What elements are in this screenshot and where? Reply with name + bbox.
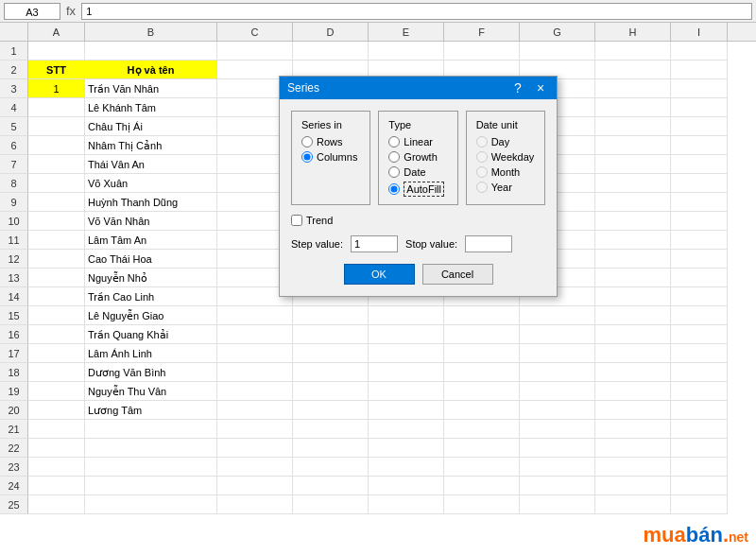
date-unit-day[interactable]: Day	[476, 136, 535, 147]
type-autofill-label: AutoFill	[404, 182, 444, 197]
dialog-button-row: OK Cancel	[291, 264, 545, 285]
date-unit-year-label: Year	[491, 182, 512, 193]
series-in-columns-radio[interactable]	[301, 151, 313, 163]
series-in-options: Rows Columns	[301, 136, 360, 163]
date-unit-weekday-label: Weekday	[491, 151, 535, 163]
series-in-columns-label: Columns	[317, 151, 357, 163]
type-label: Type	[388, 119, 447, 130]
type-autofill-radio[interactable]	[388, 183, 400, 195]
series-in-columns[interactable]: Columns	[301, 151, 360, 163]
type-date-radio[interactable]	[388, 166, 400, 178]
type-linear-label: Linear	[404, 136, 433, 147]
series-dialog: Series ? × Series in Rows	[279, 76, 558, 297]
series-in-rows[interactable]: Rows	[301, 136, 360, 147]
type-date-label: Date	[404, 166, 425, 178]
dialog-controls: ? ×	[509, 79, 549, 96]
date-unit-weekday[interactable]: Weekday	[476, 151, 535, 163]
series-in-rows-radio[interactable]	[301, 136, 313, 147]
type-growth-radio[interactable]	[388, 151, 400, 163]
ok-button[interactable]: OK	[344, 264, 415, 285]
date-unit-day-radio[interactable]	[476, 136, 488, 147]
dialog-overlay: Series ? × Series in Rows	[0, 0, 756, 555]
cancel-button[interactable]: Cancel	[422, 264, 493, 285]
date-unit-day-label: Day	[491, 136, 510, 147]
date-unit-label: Date unit	[476, 119, 535, 130]
trend-label: Trend	[306, 215, 333, 226]
date-unit-month-radio[interactable]	[476, 166, 488, 178]
dialog-body: Series in Rows Columns Type	[280, 99, 557, 296]
type-growth[interactable]: Growth	[388, 151, 447, 163]
type-autofill[interactable]: AutoFill	[388, 182, 447, 197]
stop-value-label: Stop value:	[405, 238, 457, 250]
date-unit-year[interactable]: Year	[476, 182, 535, 193]
dialog-titlebar: Series ? ×	[280, 77, 557, 99]
type-options: Linear Growth Date AutoFill	[388, 136, 447, 197]
date-unit-section: Date unit Day Weekday Month	[466, 111, 545, 205]
date-unit-month-label: Month	[491, 166, 521, 178]
value-row: Step value: Stop value:	[291, 235, 545, 252]
type-section: Type Linear Growth Date	[378, 111, 457, 205]
series-in-section: Series in Rows Columns	[291, 111, 370, 205]
series-in-rows-label: Rows	[317, 136, 343, 147]
dialog-close-button[interactable]: ×	[532, 79, 549, 96]
series-in-label: Series in	[301, 119, 360, 130]
date-unit-month[interactable]: Month	[476, 166, 535, 178]
dialog-title: Series	[287, 81, 319, 95]
dialog-help-button[interactable]: ?	[509, 79, 526, 96]
step-value-input[interactable]	[351, 235, 398, 252]
type-linear[interactable]: Linear	[388, 136, 447, 147]
date-unit-year-radio[interactable]	[476, 182, 488, 193]
trend-row: Trend	[291, 215, 545, 226]
date-unit-options: Day Weekday Month Year	[476, 136, 535, 193]
type-growth-label: Growth	[404, 151, 437, 163]
date-unit-weekday-radio[interactable]	[476, 151, 488, 163]
step-value-label: Step value:	[291, 238, 343, 250]
dialog-sections: Series in Rows Columns Type	[291, 111, 545, 205]
type-date[interactable]: Date	[388, 166, 447, 178]
type-linear-radio[interactable]	[388, 136, 400, 147]
stop-value-input[interactable]	[465, 235, 512, 252]
trend-checkbox[interactable]	[291, 215, 302, 226]
